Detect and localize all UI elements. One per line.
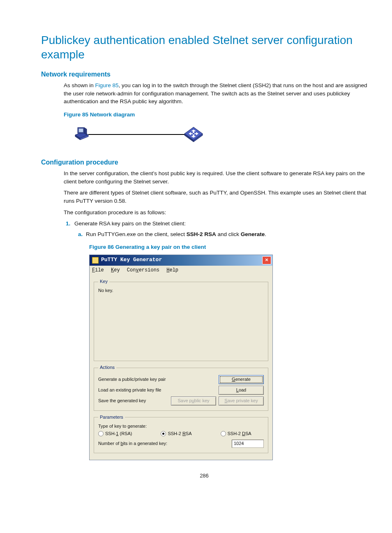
actions-legend: Actions	[98, 364, 116, 371]
load-label: Load an existing private key file	[98, 387, 161, 394]
parameters-fieldset: Parameters Type of key to generate: SSH-…	[94, 414, 268, 453]
generate-label: Generate a public/private key pair	[98, 376, 166, 383]
radio-ssh2-dsa[interactable]: SSH-2 DSA	[221, 431, 251, 437]
section-network-requirements: Network requirements	[41, 71, 367, 78]
svg-marker-5	[78, 128, 83, 132]
titlebar: PuTTY Key Generator ×	[90, 255, 272, 266]
app-icon	[92, 257, 99, 264]
cfg-p2: There are different types of Stelnet cli…	[64, 189, 367, 205]
cfg-p1: In the server configuration, the client'…	[64, 169, 367, 185]
section-configuration-procedure: Configuration procedure	[41, 159, 367, 166]
key-legend: Key	[98, 278, 109, 285]
close-button[interactable]: ×	[262, 256, 271, 264]
window-title: PuTTY Key Generator	[101, 256, 162, 264]
type-label: Type of key to generate:	[98, 423, 264, 430]
figure-85-link[interactable]: Figure 85	[95, 82, 119, 88]
bits-label: Number of bits in a generated key:	[98, 440, 167, 447]
radio-ssh2-rsa[interactable]: SSH-2 RSA	[161, 431, 191, 437]
radio-icon	[221, 431, 226, 436]
key-fieldset: Key No key.	[94, 278, 268, 361]
cfg-p3: The configuration procedure is as follow…	[64, 209, 367, 217]
menubar: File Key Conversions Help	[90, 266, 272, 275]
menu-help[interactable]: Help	[166, 267, 178, 273]
switch-icon	[184, 126, 203, 145]
svg-marker-6	[184, 127, 203, 140]
generate-button[interactable]: Generate	[219, 375, 264, 384]
actions-fieldset: Actions Generate a public/private key pa…	[94, 364, 268, 411]
radio-icon	[161, 431, 166, 436]
page-title: Publickey authentication enabled Stelnet…	[41, 33, 367, 62]
network-diagram	[72, 122, 203, 146]
menu-key[interactable]: Key	[111, 267, 120, 273]
parameters-legend: Parameters	[98, 414, 125, 421]
save-private-key-button[interactable]: Save private key	[219, 396, 264, 406]
radio-icon	[98, 431, 104, 436]
page-number: 286	[41, 473, 367, 479]
puttygen-window: PuTTY Key Generator × File Key Conversio…	[89, 255, 273, 460]
figure-85-caption: Figure 85 Network diagram	[64, 111, 367, 119]
bits-input[interactable]: 1024	[232, 440, 264, 448]
menu-conversions[interactable]: Conversions	[127, 267, 159, 273]
figure-86-caption: Figure 86 Generating a key pair on the c…	[89, 243, 367, 251]
step-1a: Run PuTTYGen.exe on the client, select S…	[84, 230, 367, 239]
menu-file[interactable]: File	[92, 267, 104, 273]
save-label: Save the generated key	[98, 398, 146, 404]
key-status: No key.	[98, 287, 264, 357]
save-public-key-button[interactable]: Save public key	[171, 396, 216, 406]
radio-ssh1-rsa[interactable]: SSH-1 (RSA)	[98, 431, 132, 437]
step-1: Generate RSA key pairs on the Stelnet cl…	[72, 220, 367, 460]
net-req-paragraph: As shown in Figure 85, you can log in to…	[64, 81, 367, 106]
load-button[interactable]: Load	[219, 386, 264, 395]
host-icon	[72, 124, 92, 146]
